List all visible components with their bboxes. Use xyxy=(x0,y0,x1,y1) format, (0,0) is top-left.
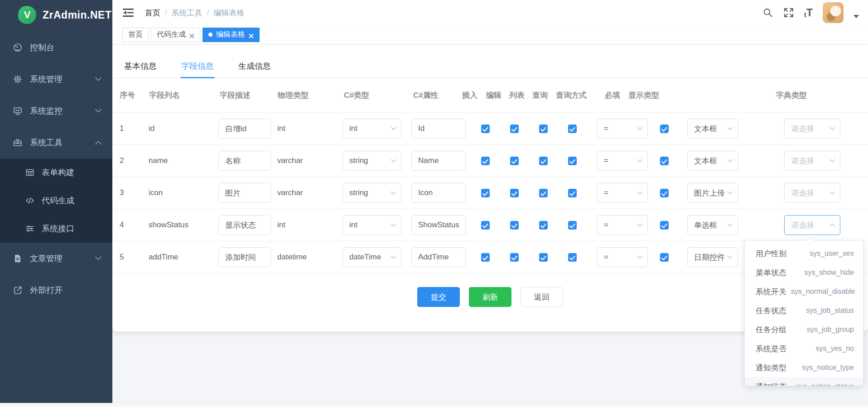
dict-type-select[interactable]: 请选择 xyxy=(784,119,840,139)
dropdown-option[interactable]: 通知类型sys_notice_type xyxy=(745,358,863,377)
query-mode-select[interactable]: = xyxy=(597,183,648,203)
cs-attr-input[interactable] xyxy=(411,119,466,139)
cs-type-select[interactable]: int xyxy=(342,119,401,139)
display-type-select[interactable]: 单选框 xyxy=(687,215,738,235)
field-desc-input[interactable] xyxy=(218,215,271,235)
avatar[interactable] xyxy=(823,2,844,23)
field-desc-input[interactable] xyxy=(218,151,271,171)
col-header-query-mode: 查询方式 xyxy=(556,90,605,101)
col-header-list: 列表 xyxy=(509,90,532,101)
sidebar-item-system-admin[interactable]: 系统管理 xyxy=(0,63,112,95)
cs-attr-input[interactable] xyxy=(411,247,466,267)
tab-generate-info[interactable]: 生成信息 xyxy=(237,56,272,78)
edit-checkbox[interactable] xyxy=(510,157,519,165)
insert-checkbox[interactable] xyxy=(481,253,490,262)
query-checkbox[interactable] xyxy=(568,124,577,133)
dropdown-option[interactable]: 任务分组sys_job_group xyxy=(745,320,863,339)
cs-attr-input[interactable] xyxy=(411,215,466,235)
table-row: 2 name varchar string = 文本框 请选择 xyxy=(112,145,868,177)
tag-home[interactable]: 首页 xyxy=(122,28,149,42)
submit-button[interactable]: 提交 xyxy=(417,287,460,307)
query-mode-select[interactable]: = xyxy=(597,151,648,171)
close-icon[interactable] xyxy=(249,32,254,37)
breadcrumb-separator: / xyxy=(207,8,209,17)
edit-checkbox[interactable] xyxy=(510,221,519,230)
tab-basic-info[interactable]: 基本信息 xyxy=(123,56,158,78)
dropdown-option[interactable]: 用户性别sys_user_sex xyxy=(745,244,863,263)
dropdown-option[interactable]: 通知状态sys_notice_status xyxy=(745,377,863,386)
close-icon[interactable] xyxy=(189,32,194,37)
edit-checkbox[interactable] xyxy=(510,124,519,133)
tab-field-info[interactable]: 字段信息 xyxy=(180,56,215,78)
display-type-select[interactable]: 日期控件 xyxy=(687,247,738,267)
query-checkbox[interactable] xyxy=(568,189,577,197)
display-type-select[interactable]: 图片上传 xyxy=(687,183,738,203)
sidebar-item-system-monitor[interactable]: 系统监控 xyxy=(0,95,112,127)
sidebar-item-code-generation[interactable]: 代码生成 xyxy=(0,187,112,215)
display-type-select[interactable]: 文本框 xyxy=(687,119,738,139)
dict-type-select[interactable]: 请选择 xyxy=(784,151,840,171)
sidebar-item-system-api[interactable]: 系统接口 xyxy=(0,215,112,243)
dropdown-option[interactable]: 菜单状态sys_show_hide xyxy=(745,263,863,282)
sidebar-item-system-tools[interactable]: 系统工具 xyxy=(0,127,112,158)
query-checkbox[interactable] xyxy=(568,221,577,230)
cs-type-select[interactable]: string xyxy=(342,151,401,171)
horizontal-scrollbar[interactable] xyxy=(0,403,868,407)
sidebar-item-article-admin[interactable]: 文章管理 xyxy=(0,243,112,274)
list-checkbox[interactable] xyxy=(539,253,548,262)
display-type-select[interactable]: 文本框 xyxy=(687,151,738,171)
query-mode-select[interactable]: = xyxy=(597,215,648,235)
query-checkbox[interactable] xyxy=(568,253,577,262)
back-button[interactable]: 返回 xyxy=(521,287,563,307)
required-checkbox[interactable] xyxy=(660,253,669,262)
dropdown-option[interactable]: 系统是否sys_yes_no xyxy=(745,339,863,358)
edit-checkbox[interactable] xyxy=(510,189,519,197)
required-checkbox[interactable] xyxy=(660,124,669,133)
query-checkbox[interactable] xyxy=(568,157,577,165)
dict-type-select[interactable]: 请选择 xyxy=(784,183,840,203)
insert-checkbox[interactable] xyxy=(481,189,490,197)
list-checkbox[interactable] xyxy=(539,221,548,230)
search-icon[interactable] xyxy=(762,7,773,18)
sidebar-item-external-open[interactable]: 外部打开 xyxy=(0,274,112,306)
dropdown-option[interactable]: 任务状态sys_job_status xyxy=(745,301,863,320)
list-checkbox[interactable] xyxy=(539,189,548,197)
tag-code-generation[interactable]: 代码生成 xyxy=(151,28,200,42)
sidebar-item-label: 表单构建 xyxy=(42,167,74,178)
insert-checkbox[interactable] xyxy=(481,124,490,133)
cs-type-select[interactable]: dateTime xyxy=(342,247,401,267)
insert-checkbox[interactable] xyxy=(481,157,490,165)
list-checkbox[interactable] xyxy=(539,124,548,133)
cs-attr-input[interactable] xyxy=(411,183,466,203)
required-checkbox[interactable] xyxy=(660,189,669,197)
app-logo[interactable]: V ZrAdmin.NET xyxy=(0,0,112,30)
cs-type-select[interactable]: string xyxy=(342,183,401,203)
chevron-down-icon xyxy=(391,223,396,227)
field-desc-input[interactable] xyxy=(218,183,271,203)
col-header-cs-attr: C#属性 xyxy=(413,90,462,101)
dropdown-option[interactable]: 系统开关sys_normal_disable xyxy=(745,282,863,301)
cs-attr-input[interactable] xyxy=(411,151,466,171)
required-checkbox[interactable] xyxy=(660,157,669,165)
tag-edit-table[interactable]: 编辑表格 xyxy=(203,28,260,42)
sidebar-item-label: 系统工具 xyxy=(30,137,95,148)
required-checkbox[interactable] xyxy=(660,221,669,230)
refresh-button[interactable]: 刷新 xyxy=(469,287,511,307)
fullscreen-icon[interactable] xyxy=(783,7,794,18)
query-mode-select[interactable]: = xyxy=(597,247,648,267)
insert-checkbox[interactable] xyxy=(481,221,490,230)
chevron-down-icon xyxy=(391,191,396,195)
list-checkbox[interactable] xyxy=(539,157,548,165)
field-desc-input[interactable] xyxy=(218,119,271,139)
sidebar-item-dashboard[interactable]: 控制台 xyxy=(0,32,112,63)
caret-down-icon[interactable] xyxy=(854,15,859,18)
field-desc-input[interactable] xyxy=(218,247,271,267)
sidebar-item-form-builder[interactable]: 表单构建 xyxy=(0,158,112,187)
font-size-icon[interactable]: tT xyxy=(804,8,813,18)
query-mode-select[interactable]: = xyxy=(597,119,648,139)
edit-checkbox[interactable] xyxy=(510,253,519,262)
breadcrumb-home[interactable]: 首页 xyxy=(145,8,160,18)
dict-type-select-open[interactable]: 请选择 xyxy=(784,215,840,235)
cs-type-select[interactable]: int xyxy=(342,215,401,235)
sidebar-fold-icon[interactable] xyxy=(122,8,134,18)
